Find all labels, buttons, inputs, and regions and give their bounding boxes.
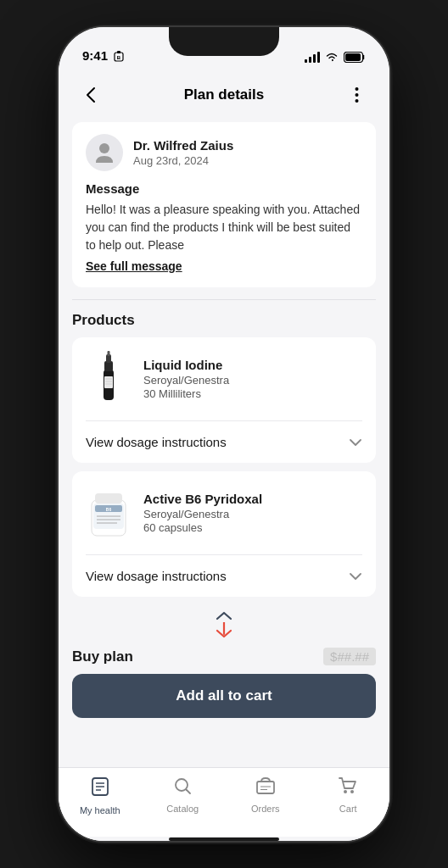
page-title: Plan details bbox=[184, 86, 264, 103]
chevron-down-icon-1 bbox=[349, 433, 362, 451]
doctor-section: Dr. Wilfred Zaius Aug 23rd, 2024 Message… bbox=[72, 122, 376, 287]
buy-plan-price: $##.## bbox=[323, 648, 376, 665]
product-brand-2: Seroyal/Genestra bbox=[143, 508, 262, 520]
nav-item-cart[interactable]: Cart bbox=[307, 776, 390, 814]
svg-text:B6: B6 bbox=[106, 507, 112, 512]
svg-rect-12 bbox=[108, 351, 110, 356]
svg-rect-1 bbox=[117, 51, 120, 53]
product-row-1: Liquid Iodine Seroyal/Genestra 30 Millil… bbox=[72, 337, 376, 420]
product-name-1: Liquid Iodine bbox=[143, 358, 229, 372]
product-details-2: Active B6 Pyridoxal Seroyal/Genestra 60 … bbox=[143, 492, 262, 534]
svg-rect-13 bbox=[104, 376, 113, 388]
svg-point-36 bbox=[350, 790, 354, 793]
health-nav-label: My health bbox=[80, 805, 120, 815]
arrow-down-red-icon bbox=[214, 622, 234, 639]
buy-plan-section: Buy plan $##.## Add all to cart bbox=[72, 610, 376, 718]
view-dosage-row-1[interactable]: View dosage instructions bbox=[72, 421, 376, 463]
product-details-1: Liquid Iodine Seroyal/Genestra 30 Millil… bbox=[143, 358, 229, 400]
svg-rect-32 bbox=[257, 782, 274, 793]
catalog-icon bbox=[173, 776, 192, 800]
svg-text:B: B bbox=[117, 55, 121, 60]
battery-icon bbox=[344, 52, 366, 63]
products-label: Products bbox=[72, 312, 376, 329]
status-time: 9:41 B bbox=[82, 48, 124, 63]
svg-point-35 bbox=[344, 790, 347, 793]
phone-notch bbox=[169, 27, 279, 56]
doctor-date: Aug 23rd, 2024 bbox=[133, 154, 233, 167]
orders-icon bbox=[255, 776, 276, 800]
product-image-2: B6 bbox=[86, 483, 132, 542]
see-full-message-link[interactable]: See full message bbox=[86, 258, 182, 275]
doctor-row: Dr. Wilfred Zaius Aug 23rd, 2024 bbox=[86, 134, 362, 171]
buy-plan-row: Buy plan $##.## bbox=[72, 648, 376, 665]
svg-rect-18 bbox=[95, 493, 122, 504]
doctor-name: Dr. Wilfred Zaius bbox=[133, 138, 233, 153]
message-text: Hello! It was a pleasure speaking with y… bbox=[86, 201, 362, 275]
svg-line-31 bbox=[187, 790, 191, 794]
svg-rect-4 bbox=[345, 53, 361, 61]
nav-item-catalog[interactable]: Catalog bbox=[142, 776, 225, 814]
view-dosage-row-2[interactable]: View dosage instructions bbox=[72, 555, 376, 597]
header: Plan details bbox=[59, 70, 389, 119]
screen: Plan details bbox=[59, 70, 389, 841]
product-image-1 bbox=[86, 349, 132, 409]
more-button[interactable] bbox=[342, 80, 372, 110]
arrow-up-icon bbox=[214, 610, 234, 622]
phone-frame: 9:41 B bbox=[59, 27, 389, 841]
health-icon bbox=[91, 776, 109, 802]
chevron-down-icon-2 bbox=[349, 567, 362, 585]
svg-point-6 bbox=[356, 93, 359, 97]
product-size-1: 30 Milliliters bbox=[143, 387, 229, 400]
content-area: Dr. Wilfred Zaius Aug 23rd, 2024 Message… bbox=[59, 119, 389, 767]
nav-item-health[interactable]: My health bbox=[59, 776, 142, 815]
scroll-arrows bbox=[214, 610, 234, 641]
product-row-2: B6 Active B6 Pyridoxal Seroyal/Genestra … bbox=[72, 471, 376, 554]
home-indicator bbox=[59, 837, 389, 841]
product-card-1: Liquid Iodine Seroyal/Genestra 30 Millil… bbox=[72, 337, 376, 463]
catalog-nav-label: Catalog bbox=[166, 804, 199, 814]
cart-icon bbox=[338, 776, 358, 800]
back-button[interactable] bbox=[76, 80, 106, 110]
view-dosage-label-1: View dosage instructions bbox=[86, 435, 227, 449]
nav-item-orders[interactable]: Orders bbox=[224, 776, 307, 814]
home-bar bbox=[169, 837, 279, 841]
product-name-2: Active B6 Pyridoxal bbox=[143, 492, 262, 506]
view-dosage-label-2: View dosage instructions bbox=[86, 569, 227, 583]
message-label: Message bbox=[86, 181, 362, 196]
svg-point-8 bbox=[99, 143, 109, 153]
doctor-info: Dr. Wilfred Zaius Aug 23rd, 2024 bbox=[133, 138, 233, 167]
wifi-icon bbox=[325, 51, 339, 63]
svg-point-7 bbox=[356, 99, 359, 103]
products-section: Products bbox=[72, 312, 376, 597]
cart-nav-label: Cart bbox=[339, 804, 357, 814]
arrow-container bbox=[72, 610, 376, 641]
orders-nav-label: Orders bbox=[251, 804, 280, 814]
add-to-cart-button[interactable]: Add all to cart bbox=[72, 674, 376, 718]
signal-bars-icon bbox=[305, 51, 320, 63]
avatar bbox=[86, 134, 123, 171]
product-card-2: B6 Active B6 Pyridoxal Seroyal/Genestra … bbox=[72, 471, 376, 597]
svg-point-5 bbox=[356, 87, 359, 91]
product-size-2: 60 capsules bbox=[143, 521, 262, 534]
product-brand-1: Seroyal/Genestra bbox=[143, 374, 229, 387]
status-icons bbox=[305, 51, 366, 63]
bottom-nav: My health Catalog bbox=[59, 767, 389, 837]
buy-plan-label: Buy plan bbox=[72, 648, 133, 665]
